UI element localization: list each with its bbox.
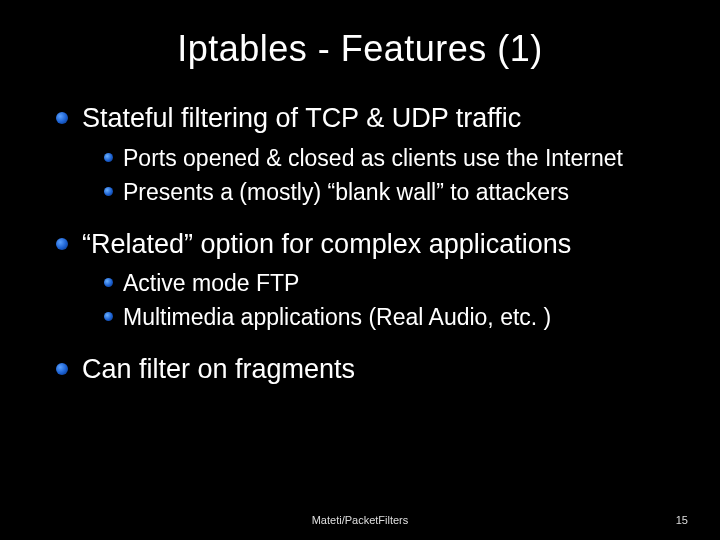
bullet-icon [104,278,113,287]
slide: Iptables - Features (1) Stateful filteri… [0,0,720,540]
bullet-icon [56,112,68,124]
bullet-icon [104,153,113,162]
bullet-l1: Can filter on fragments [56,353,672,387]
bullet-icon [56,238,68,250]
bullet-icon [56,363,68,375]
bullet-text: Stateful filtering of TCP & UDP traffic [82,102,521,136]
bullet-text: Presents a (mostly) “blank wall” to atta… [123,178,569,208]
bullet-l1: “Related” option for complex application… [56,228,672,262]
bullet-text: Can filter on fragments [82,353,355,387]
bullet-l2: Ports opened & closed as clients use the… [104,144,672,174]
bullet-icon [104,187,113,196]
slide-content: Stateful filtering of TCP & UDP traffic … [48,102,672,387]
bullet-l2: Multimedia applications (Real Audio, etc… [104,303,672,333]
sub-list: Ports opened & closed as clients use the… [56,144,672,208]
footer-center: Mateti/PacketFilters [0,514,720,526]
bullet-icon [104,312,113,321]
bullet-text: Ports opened & closed as clients use the… [123,144,623,174]
bullet-l2: Active mode FTP [104,269,672,299]
slide-title: Iptables - Features (1) [48,28,672,70]
bullet-text: “Related” option for complex application… [82,228,571,262]
bullet-l1: Stateful filtering of TCP & UDP traffic [56,102,672,136]
bullet-l2: Presents a (mostly) “blank wall” to atta… [104,178,672,208]
page-number: 15 [676,514,688,526]
bullet-text: Multimedia applications (Real Audio, etc… [123,303,551,333]
sub-list: Active mode FTP Multimedia applications … [56,269,672,333]
bullet-text: Active mode FTP [123,269,299,299]
